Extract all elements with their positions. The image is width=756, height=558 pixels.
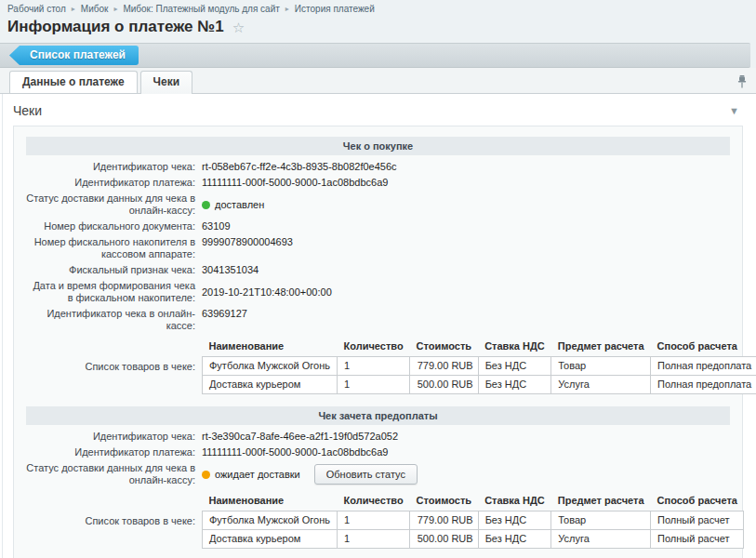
breadcrumb-item-payment-module[interactable]: Мибок: Платежный модуль для сайт: [123, 4, 279, 14]
field-row-fiscal-datetime: Дата и время формирования чека в фискаль…: [26, 278, 730, 306]
table-cell: Без НДС: [478, 357, 551, 376]
field-value: 11111111-000f-5000-9000-1ac08bdbc6a9: [202, 177, 388, 189]
field-row-fiscal-storage-number: Номер фискального накопителя в кассовом …: [26, 234, 730, 262]
field-label: Список товаров в чеке:: [26, 361, 195, 373]
table-cell: Доставка курьером: [203, 530, 338, 549]
table-cell: Без НДС: [478, 512, 551, 530]
update-status-button[interactable]: Обновить статус: [314, 464, 418, 485]
table-cell: 779.00 RUB: [410, 512, 479, 530]
field-label: Идентификатор платежа:: [26, 446, 195, 458]
field-label: Идентификатор чека в онлайн-кассе:: [26, 308, 195, 332]
breadcrumb-separator-icon: ▸: [285, 5, 289, 13]
table-cell: 500.00 RUB: [410, 376, 479, 394]
content-left-divider: [2, 94, 3, 558]
field-row-fiscal-document-number: Номер фискального документа: 63109: [26, 219, 730, 234]
breadcrumb-item-payment-history[interactable]: История платежей: [295, 4, 375, 14]
column-header: Способ расчета: [651, 339, 756, 357]
title-row: Информация о платеже №1 ☆: [0, 16, 756, 43]
field-label: Фискальный признак чека:: [26, 264, 195, 276]
pin-icon[interactable]: [737, 75, 747, 88]
column-header: Стоимость: [410, 493, 479, 512]
table-cell: 1: [338, 376, 410, 394]
field-label: Список товаров в чеке:: [26, 515, 195, 527]
field-value: доставлен: [202, 199, 264, 211]
tab-payment-data[interactable]: Данные о платеже: [9, 71, 138, 93]
field-value: 63109: [202, 220, 231, 232]
table-cell: Без НДС: [478, 376, 551, 394]
column-header: Количество: [338, 339, 410, 357]
status-pending-dot-icon: [202, 471, 210, 479]
field-value: rt-3e390ca7-8afe-46ee-a2f1-19f0d572a052: [202, 431, 398, 443]
field-row-delivery-status: Статус доставки данных для чека в онлайн…: [26, 191, 730, 219]
table-cell: Футболка Мужской Огонь: [203, 512, 338, 530]
favorite-star-icon[interactable]: ☆: [232, 20, 245, 34]
field-label: Статус доставки данных для чека в онлайн…: [26, 193, 195, 217]
field-label: Идентификатор платежа:: [26, 177, 195, 189]
table-cell: Полная предоплата: [651, 357, 756, 376]
column-header: Предмет расчета: [551, 493, 651, 512]
table-cell: Полная предоплата: [651, 376, 756, 394]
field-label: Номер фискального документа:: [26, 220, 195, 232]
column-header: Количество: [338, 493, 410, 512]
field-row-check-id: Идентификатор чека: rt-3e390ca7-8afe-46e…: [26, 429, 730, 445]
field-value: 2019-10-21T10:48:00+00:00: [202, 286, 332, 299]
status-text: ожидает доставки: [215, 469, 300, 481]
table-row: Доставка курьером 1 500.00 RUB Без НДС У…: [203, 376, 756, 394]
purchase-check-fields: Идентификатор чека: rt-058eb67c-ff2e-4c3…: [26, 155, 730, 396]
field-value: 3041351034: [202, 264, 259, 276]
prepayment-check-header: Чек зачета предоплаты: [26, 406, 730, 425]
payments-list-button[interactable]: Список платежей: [9, 46, 139, 65]
checks-heading-row: Чеки ▼: [13, 100, 743, 126]
tab-checks[interactable]: Чеки: [140, 71, 193, 94]
prepayment-products-table: Наименование Количество Стоимость Ставка…: [202, 493, 744, 549]
checks-panel: Чек о покупке Идентификатор чека: rt-058…: [13, 126, 743, 558]
field-value: 9999078900004693: [202, 236, 293, 260]
purchase-check-header: Чек о покупке: [26, 137, 730, 155]
table-cell: Товар: [551, 512, 651, 530]
breadcrumb-item-mibok[interactable]: Мибок: [81, 4, 109, 14]
table-cell: Услуга: [551, 530, 651, 549]
breadcrumb-item-desktop[interactable]: Рабочий стол: [7, 4, 66, 14]
table-cell: Без НДС: [478, 530, 551, 549]
toolbar: Список платежей: [0, 43, 750, 68]
field-row-payment-id: Идентификатор платежа: 11111111-000f-500…: [26, 445, 730, 460]
content-area: Чеки ▼ Чек о покупке Идентификатор чека:…: [0, 94, 756, 558]
field-row-products: Список товаров в чеке: Наименование Коли…: [26, 491, 730, 551]
table-header-row: Наименование Количество Стоимость Ставка…: [203, 493, 744, 512]
field-row-fiscal-sign: Фискальный признак чека: 3041351034: [26, 262, 730, 278]
field-row-delivery-status: Статус доставки данных для чека в онлайн…: [26, 460, 730, 488]
field-label: Номер фискального накопителя в кассовом …: [26, 236, 195, 260]
field-value: 11111111-000f-5000-9000-1ac08bdbc6a9: [202, 446, 388, 458]
column-header: Наименование: [203, 339, 338, 357]
field-value: rt-058eb67c-ff2e-4c3b-8935-8b082f0e456c: [202, 161, 397, 173]
table-cell: Полный расчет: [651, 512, 744, 530]
table-cell: 1: [338, 357, 410, 376]
field-row-payments: Перечень совершенных расчетов: Тип расче…: [26, 553, 730, 558]
page-title: Информация о платеже №1: [7, 18, 224, 36]
table-cell: 1: [338, 512, 410, 530]
table-cell: 779.00 RUB: [410, 357, 479, 376]
prepayment-check-fields: Идентификатор чека: rt-3e390ca7-8afe-46e…: [26, 425, 730, 558]
field-label: Идентификатор чека:: [26, 161, 195, 173]
chevron-down-icon[interactable]: ▼: [729, 106, 739, 116]
field-row-check-id: Идентификатор чека: rt-058eb67c-ff2e-4c3…: [26, 159, 730, 175]
checks-section-title: Чеки: [13, 103, 42, 118]
column-header: Ставка НДС: [478, 339, 551, 357]
breadcrumb: Рабочий стол ▸ Мибок ▸ Мибок: Платежный …: [0, 0, 756, 16]
table-cell: Товар: [551, 357, 651, 376]
field-row-payment-id: Идентификатор платежа: 11111111-000f-500…: [26, 175, 730, 191]
status-text: доставлен: [215, 199, 264, 211]
field-label: Статус доставки данных для чека в онлайн…: [26, 462, 195, 486]
field-label: Дата и время формирования чека в фискаль…: [26, 280, 195, 304]
purchase-products-table: Наименование Количество Стоимость Ставка…: [202, 339, 756, 394]
tab-bar: Данные о платеже Чеки: [0, 68, 756, 94]
breadcrumb-separator-icon: ▸: [113, 5, 117, 13]
table-row: Футболка Мужской Огонь 1 779.00 RUB Без …: [203, 512, 744, 530]
table-cell: Услуга: [551, 376, 651, 394]
field-value: 63969127: [202, 308, 247, 332]
table-cell: Футболка Мужской Огонь: [203, 357, 338, 376]
table-cell: Полный расчет: [651, 530, 744, 549]
field-row-products: Список товаров в чеке: Наименование Коли…: [26, 337, 730, 396]
page-header: Рабочий стол ▸ Мибок ▸ Мибок: Платежный …: [0, 0, 756, 68]
column-header: Ставка НДС: [478, 493, 551, 512]
